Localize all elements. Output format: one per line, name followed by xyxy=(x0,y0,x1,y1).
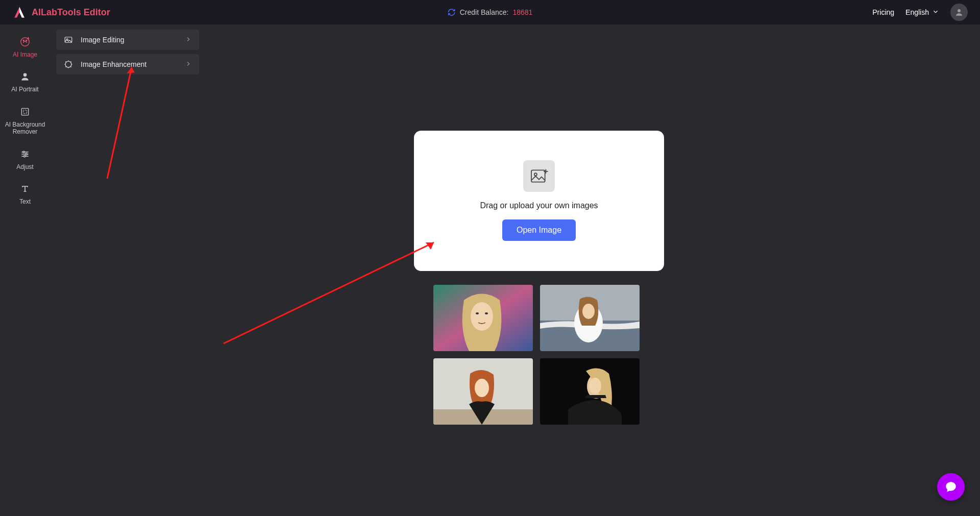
svg-point-21 xyxy=(485,312,488,314)
svg-rect-5 xyxy=(21,108,28,115)
svg-point-12 xyxy=(24,155,26,157)
brand-logo[interactable]: AILabTools Editor xyxy=(12,5,110,19)
user-avatar[interactable] xyxy=(950,4,968,21)
bg-remover-icon xyxy=(19,106,31,118)
upload-prompt: Drag or upload your own images xyxy=(480,201,598,210)
svg-point-20 xyxy=(476,312,479,314)
svg-point-26 xyxy=(582,304,595,319)
language-label: English xyxy=(905,8,929,16)
credit-value: 18681 xyxy=(512,8,532,16)
svg-point-14 xyxy=(534,173,537,176)
svg-point-36 xyxy=(65,61,71,67)
credit-balance: Credit Balance: 18681 xyxy=(448,8,533,16)
svg-point-10 xyxy=(26,153,27,155)
content: AI Image AI Portrait AI Background Remov… xyxy=(0,24,980,516)
upload-card[interactable]: Drag or upload your own images Open Imag… xyxy=(414,131,664,271)
open-image-button[interactable]: Open Image xyxy=(502,219,576,241)
sidebar-label: AI Portrait xyxy=(11,86,38,93)
sample-image-3[interactable] xyxy=(433,358,533,425)
app-header: AILabTools Editor Credit Balance: 18681 … xyxy=(0,0,980,24)
chevron-down-icon xyxy=(932,8,939,17)
svg-point-30 xyxy=(475,379,489,397)
submenu-image-enhancement[interactable]: Image Enhancement xyxy=(56,54,199,75)
ai-image-submenu: Image Editing Image Enhancement xyxy=(56,30,199,75)
sample-image-2[interactable] xyxy=(540,285,640,351)
svg-point-3 xyxy=(26,40,27,41)
submenu-label: Image Editing xyxy=(81,36,125,44)
sidebar-item-ai-image[interactable]: AI Image xyxy=(0,31,50,65)
sidebar-label: AI Image xyxy=(13,51,37,58)
sample-image-1[interactable] xyxy=(433,285,533,351)
sidebar-label: Adjust xyxy=(16,163,33,170)
svg-point-19 xyxy=(471,302,493,331)
sidebar: AI Image AI Portrait AI Background Remov… xyxy=(0,24,50,516)
main-canvas: Drag or upload your own images Open Imag… xyxy=(50,24,980,516)
upload-image-icon xyxy=(523,160,555,192)
logo-icon xyxy=(12,5,27,19)
sample-image-4[interactable] xyxy=(540,358,640,425)
svg-point-8 xyxy=(23,151,24,153)
svg-point-4 xyxy=(23,73,27,77)
image-enhancement-icon xyxy=(63,59,74,69)
sidebar-label: AI Background Remover xyxy=(2,121,48,136)
chat-widget-button[interactable] xyxy=(937,473,965,501)
header-right: Pricing English xyxy=(872,4,968,21)
svg-point-2 xyxy=(23,40,24,41)
chevron-right-icon xyxy=(185,36,192,44)
submenu-image-editing[interactable]: Image Editing xyxy=(56,30,199,50)
image-editing-icon xyxy=(63,35,74,45)
refresh-icon[interactable] xyxy=(448,8,456,16)
sidebar-item-bg-remover[interactable]: AI Background Remover xyxy=(0,101,50,143)
pricing-link[interactable]: Pricing xyxy=(872,8,894,16)
sidebar-item-adjust[interactable]: Adjust xyxy=(0,143,50,178)
sidebar-item-text[interactable]: Text xyxy=(0,178,50,212)
svg-point-0 xyxy=(958,9,961,12)
svg-rect-6 xyxy=(23,110,27,113)
ai-image-icon xyxy=(19,36,31,48)
language-selector[interactable]: English xyxy=(905,8,939,17)
brand-name: AILabTools Editor xyxy=(32,7,110,18)
sample-gallery xyxy=(433,285,640,425)
submenu-label: Image Enhancement xyxy=(81,60,146,68)
sidebar-label: Text xyxy=(19,198,31,205)
chevron-right-icon xyxy=(185,60,192,69)
svg-point-33 xyxy=(589,378,601,394)
sidebar-item-ai-portrait[interactable]: AI Portrait xyxy=(0,65,50,100)
svg-rect-13 xyxy=(531,170,545,182)
text-icon xyxy=(19,183,31,195)
ai-portrait-icon xyxy=(19,70,31,83)
adjust-icon xyxy=(19,148,31,160)
credit-label: Credit Balance: xyxy=(460,8,509,16)
